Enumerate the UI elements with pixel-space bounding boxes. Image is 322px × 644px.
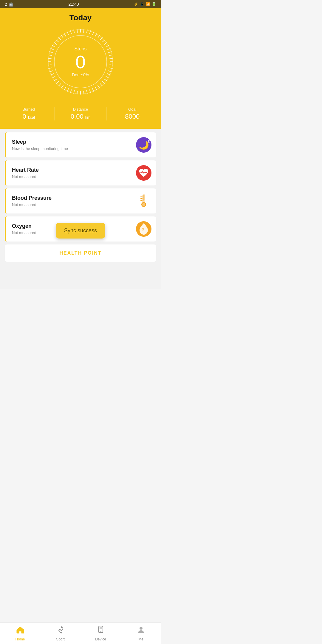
svg-line-45 bbox=[48, 65, 52, 65]
status-right-icons: ⚡ 📱 📶 🔋 bbox=[134, 2, 156, 6]
notification-badge: 2 bbox=[5, 2, 7, 7]
page-title: Today bbox=[69, 13, 92, 22]
battery-icon: 🔋 bbox=[152, 2, 156, 6]
blood-pressure-icon bbox=[136, 193, 151, 209]
svg-line-52 bbox=[54, 42, 57, 44]
status-bar: 2 🤖 21:40 ⚡ 📱 📶 🔋 bbox=[0, 0, 161, 8]
stats-row: Burned 0 kcal Distance 0.00 km Goal 8000 bbox=[0, 105, 161, 123]
wifi-icon: 📶 bbox=[146, 2, 150, 6]
svg-line-24 bbox=[100, 83, 103, 86]
burned-stat: Burned 0 kcal bbox=[3, 105, 55, 123]
sync-popup: Sync success bbox=[56, 223, 105, 239]
sleep-card-subtitle: Now is the sleep monitoring time bbox=[12, 146, 136, 151]
sleep-card-text: Sleep Now is the sleep monitoring time bbox=[12, 139, 136, 151]
health-point-card[interactable]: HEALTH POINT bbox=[5, 244, 156, 262]
svg-line-11 bbox=[106, 45, 109, 47]
health-point-label: HEALTH POINT bbox=[59, 250, 101, 256]
heart-rate-card-text: Heart Rate Not measured bbox=[12, 167, 136, 179]
burned-label: Burned bbox=[3, 107, 55, 112]
goal-value: 8000 bbox=[106, 113, 158, 120]
bluetooth-icon: ⚡ bbox=[134, 2, 138, 6]
steps-done: Done:0% bbox=[72, 72, 89, 77]
cards-section: Sleep Now is the sleep monitoring time 🌙… bbox=[0, 129, 161, 265]
svg-line-37 bbox=[61, 85, 63, 88]
svg-line-26 bbox=[95, 87, 97, 90]
svg-line-17 bbox=[109, 65, 113, 65]
svg-line-47 bbox=[48, 58, 52, 59]
android-icon: 🤖 bbox=[9, 2, 13, 7]
header-section: Today // We'll draw ticks with CSS/SVG i… bbox=[0, 8, 161, 129]
svg-line-9 bbox=[102, 40, 105, 42]
blood-pressure-card[interactable]: Blood Pressure Not measured bbox=[5, 188, 156, 213]
svg-point-65 bbox=[142, 203, 145, 206]
svg-line-40 bbox=[54, 79, 57, 81]
phone-icon: 📱 bbox=[140, 2, 144, 6]
svg-line-56 bbox=[64, 33, 66, 36]
heart-rate-card-subtitle: Not measured bbox=[12, 174, 136, 179]
svg-line-7 bbox=[98, 35, 100, 38]
status-time: 21:40 bbox=[69, 2, 79, 7]
svg-line-6 bbox=[95, 33, 97, 36]
svg-line-25 bbox=[98, 85, 100, 88]
distance-label: Distance bbox=[55, 107, 106, 112]
bp-card-title: Blood Pressure bbox=[12, 195, 136, 201]
bp-card-text: Blood Pressure Not measured bbox=[12, 195, 136, 207]
svg-line-23 bbox=[102, 81, 105, 84]
svg-line-8 bbox=[100, 37, 103, 40]
goal-label: Goal bbox=[106, 107, 158, 112]
svg-line-36 bbox=[64, 87, 66, 90]
goal-stat: Goal 8000 bbox=[106, 105, 158, 123]
bp-card-subtitle: Not measured bbox=[12, 202, 136, 207]
svg-line-55 bbox=[61, 35, 63, 38]
svg-line-38 bbox=[58, 83, 61, 86]
svg-point-70 bbox=[142, 229, 143, 230]
status-left-icons: 2 🤖 bbox=[5, 2, 13, 7]
distance-value: 0.00 km bbox=[55, 113, 106, 120]
svg-line-2 bbox=[83, 29, 84, 33]
steps-display: Steps 0 Done:0% bbox=[72, 46, 89, 77]
svg-line-60 bbox=[77, 29, 78, 33]
svg-line-21 bbox=[106, 76, 109, 78]
sleep-card-title: Sleep bbox=[12, 139, 136, 145]
svg-line-30 bbox=[83, 91, 84, 94]
svg-line-15 bbox=[109, 58, 113, 59]
steps-value: 0 bbox=[72, 53, 89, 71]
svg-line-39 bbox=[56, 81, 59, 84]
steps-circle[interactable]: // We'll draw ticks with CSS/SVG in the … bbox=[45, 26, 116, 97]
sleep-card[interactable]: Sleep Now is the sleep monitoring time 🌙… bbox=[5, 132, 156, 157]
sleep-icon: 🌙 z bbox=[136, 137, 151, 153]
burned-value: 0 kcal bbox=[3, 113, 55, 120]
distance-stat: Distance 0.00 km bbox=[55, 105, 106, 123]
svg-line-32 bbox=[77, 91, 78, 94]
svg-line-53 bbox=[56, 40, 59, 42]
svg-line-41 bbox=[52, 76, 55, 78]
sync-popup-message: Sync success bbox=[64, 227, 97, 233]
heart-rate-icon bbox=[136, 165, 151, 181]
svg-rect-63 bbox=[143, 195, 145, 201]
svg-line-22 bbox=[104, 79, 107, 81]
svg-line-10 bbox=[104, 42, 107, 44]
svg-line-54 bbox=[58, 37, 61, 40]
heart-rate-card-title: Heart Rate bbox=[12, 167, 136, 173]
steps-label: Steps bbox=[72, 46, 89, 52]
svg-line-51 bbox=[52, 45, 55, 47]
heart-rate-card[interactable]: Heart Rate Not measured bbox=[5, 160, 156, 185]
oxygen-icon bbox=[136, 221, 151, 237]
